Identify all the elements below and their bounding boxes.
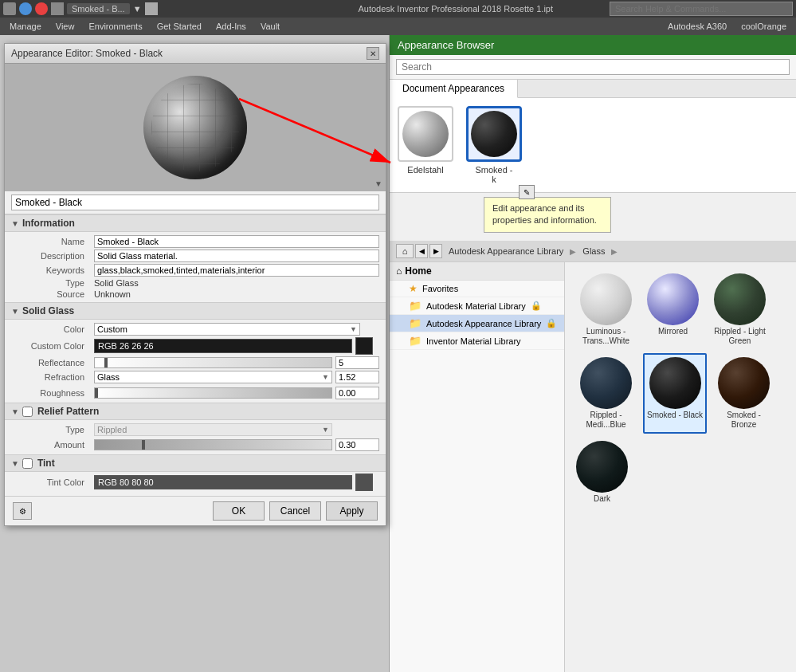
luminous-label: Luminous - Trans...White (576, 327, 636, 346)
color-label: Color (11, 324, 91, 334)
type-label: Type (11, 278, 91, 288)
cancel-button[interactable]: Cancel (269, 501, 321, 521)
tree-autodesk-appearance[interactable]: 📁 Autodesk Appearance Library 🔒 (390, 315, 564, 332)
solid-glass-section-header[interactable]: ▼ Solid Glass (5, 302, 386, 320)
description-input[interactable] (94, 250, 379, 262)
preview-sphere (143, 76, 247, 179)
smoked-black-sphere-grid (649, 357, 701, 409)
nav-home-button[interactable]: ⌂ (396, 244, 414, 258)
tint-section-header[interactable]: ▼ Tint (5, 454, 386, 472)
smoked-black-label: Smoked - Black (647, 411, 703, 420)
smoked-label: Smoked -k (475, 165, 512, 184)
close-button[interactable]: ✕ (367, 47, 379, 60)
rippled-green-label: Rippled - Light Green (710, 327, 770, 346)
dialog-buttons: ⚙ OK Cancel Apply (5, 496, 386, 525)
appearance-thumb-smoked[interactable]: Smoked -k (466, 106, 522, 184)
breadcrumb-sep2: ▶ (611, 247, 618, 256)
mirrored-sphere (647, 273, 699, 325)
grid-item-smoked-bronze[interactable]: Smoked - Bronze (710, 353, 778, 434)
menu-get-started[interactable]: Get Started (151, 20, 208, 33)
menu-environments[interactable]: Environments (82, 20, 148, 33)
app-icon (3, 2, 16, 15)
tint-color-input[interactable] (94, 475, 352, 489)
refraction-dropdown-arrow: ▼ (322, 373, 329, 381)
keywords-input[interactable] (94, 264, 379, 277)
grid-item-dark[interactable]: Dark (572, 437, 632, 508)
ok-button[interactable]: OK (213, 501, 265, 521)
autodesk-material-label: Autodesk Material Library (426, 301, 526, 311)
tint-collapse-arrow: ▼ (11, 459, 19, 468)
window-title: Smoked - B... (67, 3, 130, 14)
menu-view[interactable]: View (49, 20, 81, 33)
tint-color-row: Tint Color (5, 472, 386, 496)
relief-type-arrow: ▼ (322, 426, 329, 434)
menu-manage[interactable]: Manage (3, 20, 48, 33)
edit-appearance-button[interactable]: ✎ (519, 185, 535, 199)
edelstahl-thumb-img (398, 106, 453, 162)
nav-left-button[interactable]: ◀ (415, 244, 428, 258)
tree-inventor-material[interactable]: 📁 Inventor Material Library (390, 332, 564, 350)
tab-document-appearances[interactable]: Document Appearances (390, 80, 518, 98)
icon2 (35, 2, 48, 15)
roughness-value-input[interactable] (335, 387, 379, 399)
smoked-thumb-img (466, 106, 522, 162)
apply-button[interactable]: Apply (326, 501, 378, 521)
menu-add-ins[interactable]: Add-Ins (210, 20, 253, 33)
toolbar-left: Smoked - B... ▼ (3, 2, 302, 15)
menu-vault[interactable]: Vault (254, 20, 286, 33)
grid-item-mirrored[interactable]: Mirrored (643, 269, 703, 350)
reflectance-value-input[interactable] (335, 356, 379, 369)
custom-color-swatch[interactable] (355, 337, 373, 355)
top-toolbar: Smoked - B... ▼ Autodesk Inventor Profes… (0, 0, 796, 18)
material-name-input[interactable] (11, 195, 379, 210)
custom-color-row: Custom Color (5, 337, 386, 355)
relief-amount-slider[interactable] (94, 439, 332, 450)
relief-pattern-section-header[interactable]: ▼ Relief Pattern (5, 403, 386, 420)
relief-type-dropdown[interactable]: Rippled ▼ (94, 423, 332, 436)
appearance-folder-icon: 📁 (409, 317, 422, 329)
title-arrow: ▼ (133, 4, 142, 14)
grid-item-rippled-blue[interactable]: Rippled - Medi...Blue (572, 353, 640, 434)
tree-autodesk-material[interactable]: 📁 Autodesk Material Library 🔒 (390, 297, 564, 315)
solid-glass-collapse-arrow: ▼ (11, 307, 19, 316)
preview-expand-icon[interactable]: ▼ (374, 179, 382, 188)
search-help-bar[interactable] (610, 2, 793, 16)
relief-amount-input[interactable] (335, 438, 379, 451)
rippled-blue-sphere (580, 357, 632, 409)
refraction-num-input[interactable] (335, 371, 379, 383)
grid-item-rippled-green[interactable]: Rippled - Light Green (706, 269, 774, 350)
information-section-header[interactable]: ▼ Information (5, 214, 386, 232)
search-help-input[interactable] (615, 4, 787, 14)
material-lock-icon: 🔒 (531, 301, 542, 311)
preview-area: ▼ (5, 64, 386, 191)
nav-right-button[interactable]: ▶ (429, 244, 442, 258)
tint-checkbox[interactable] (22, 458, 33, 469)
custom-color-input[interactable] (94, 339, 352, 353)
edelstahl-sphere (402, 111, 449, 157)
source-value: Unknown (94, 289, 379, 299)
browser-titlebar: Appearance Browser (390, 35, 796, 55)
relief-pattern-checkbox[interactable] (22, 407, 33, 417)
grid-item-luminous[interactable]: Luminous - Trans...White (572, 269, 640, 350)
grid-item-smoked-black[interactable]: Smoked - Black (643, 353, 707, 434)
tree-home-label: Home (405, 265, 431, 277)
menu-a360[interactable]: Autodesk A360 (661, 20, 733, 33)
refraction-row: Refraction Glass ▼ (5, 371, 386, 385)
breadcrumb-library[interactable]: Autodesk Appearance Library (445, 246, 567, 257)
reflectance-row: Reflectance (5, 355, 386, 371)
menu-coolorange[interactable]: coolOrange (735, 20, 793, 33)
reflectance-slider[interactable] (94, 357, 332, 368)
home-icon: ⌂ (396, 265, 402, 277)
color-dropdown[interactable]: Custom ▼ (94, 323, 360, 336)
name-input[interactable] (94, 235, 379, 248)
roughness-slider[interactable] (94, 387, 332, 399)
refraction-dropdown[interactable]: Glass ▼ (94, 371, 332, 383)
breadcrumb-category[interactable]: Glass (579, 246, 608, 257)
tint-color-swatch[interactable] (355, 474, 373, 491)
settings-button[interactable]: ⚙ (13, 502, 32, 520)
tree-favorites[interactable]: ★ Favorites (390, 281, 564, 297)
browser-search-input[interactable] (396, 59, 790, 75)
app-title: Autodesk Inventor Professional 2018 Rose… (307, 4, 606, 14)
appearance-thumb-edelstahl[interactable]: Edelstahl (398, 106, 453, 184)
dialog-titlebar[interactable]: Appearance Editor: Smoked - Black ✕ (5, 44, 386, 64)
